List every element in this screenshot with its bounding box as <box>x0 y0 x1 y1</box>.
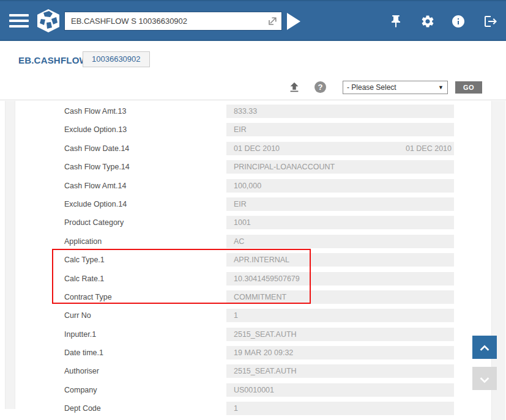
field-value-bar: 833.33 <box>226 105 454 118</box>
field-label: Curr No <box>64 309 217 322</box>
field-value: 1 <box>226 404 452 413</box>
field-row: Authoriser 2515_SEAT.AUTH <box>0 364 506 378</box>
field-label: Dept Code <box>64 402 217 415</box>
record-detail-panel: Cash Flow Amt.13 833.33 Exclude Option.1… <box>0 100 506 420</box>
go-button[interactable]: GO <box>455 81 482 94</box>
settings-gear-icon[interactable] <box>420 14 435 29</box>
pin-icon[interactable] <box>389 14 403 29</box>
record-title: EB.CASHFLOW <box>18 55 88 65</box>
record-id-badge: 10036630902 <box>83 51 150 67</box>
scroll-down-button[interactable] <box>472 367 497 390</box>
field-label: Application <box>64 235 217 248</box>
field-value: COMMITMENT <box>226 293 452 301</box>
field-value-bar: 01 DEC 2010 01 DEC 2010 <box>226 142 454 155</box>
field-value: 2515_SEAT.AUTH <box>226 367 452 375</box>
field-value-bar: 19 MAR 20 09:32 <box>226 346 454 359</box>
field-row: Dept Code 1 <box>0 402 506 415</box>
field-value-bar: 2515_SEAT.AUTH <box>226 364 454 378</box>
field-value: 1001 <box>226 218 452 227</box>
sign-out-icon[interactable] <box>483 14 498 29</box>
field-value: 1 <box>226 311 452 320</box>
field-row: Product Category 1001 <box>0 216 506 229</box>
field-row: Inputter.1 2515_SEAT.AUTH <box>0 328 506 341</box>
field-value: EIR <box>226 200 452 208</box>
field-label: Date time.1 <box>64 346 217 359</box>
app-header <box>0 0 506 41</box>
field-value-bar: 100,000 <box>226 179 454 193</box>
field-value-bar: 10.3041459507679 <box>226 272 454 286</box>
field-row: Curr No 1 <box>0 309 506 322</box>
command-line-box <box>64 12 282 31</box>
scroll-up-button[interactable] <box>472 336 497 359</box>
field-label: Cash Flow Amt.14 <box>64 179 217 193</box>
field-row: Calc Rate.1 10.3041459507679 <box>0 272 506 286</box>
field-value-bar: 1001 <box>226 216 454 229</box>
field-value-bar: COMMITMENT <box>226 290 454 304</box>
info-icon[interactable] <box>451 14 466 29</box>
field-row: Contract Type COMMITMENT <box>0 290 506 304</box>
upload-icon[interactable] <box>288 81 301 94</box>
field-label: Exclude Option.14 <box>64 197 217 211</box>
chevron-down-icon: ▼ <box>438 84 444 90</box>
field-label: Cash Flow Type.14 <box>64 160 217 174</box>
field-label: Cash Flow Amt.13 <box>64 105 217 118</box>
field-value: 19 MAR 20 09:32 <box>226 348 452 357</box>
field-value: US0010001 <box>226 386 452 394</box>
field-value-bar: AC <box>226 235 454 248</box>
field-value-bar: EIR <box>226 123 454 136</box>
run-play-button[interactable] <box>287 13 300 30</box>
command-input[interactable] <box>65 17 266 26</box>
field-value: PRINCIPAL-LOANACCOUNT <box>226 163 452 171</box>
field-label: Exclude Option.13 <box>64 123 217 136</box>
field-label: Authoriser <box>64 364 217 378</box>
field-row: Cash Flow Amt.13 833.33 <box>0 105 506 118</box>
field-value: EIR <box>226 125 452 134</box>
field-row: Date time.1 19 MAR 20 09:32 <box>0 346 506 359</box>
field-row: Exclude Option.13 EIR <box>0 123 506 136</box>
field-row: Company US0010001 <box>0 383 506 397</box>
help-icon[interactable]: ? <box>314 81 326 93</box>
field-value: 2515_SEAT.AUTH <box>226 330 452 339</box>
field-label: Calc Rate.1 <box>64 272 217 286</box>
launch-icon[interactable] <box>266 15 278 28</box>
field-row: Cash Flow Amt.14 100,000 <box>0 179 506 193</box>
app-logo-globe-icon <box>35 8 61 34</box>
field-value: AC <box>226 237 452 246</box>
version-select[interactable]: - Please Select ▼ <box>343 81 448 94</box>
field-label: Company <box>64 383 217 397</box>
field-value: 833.33 <box>226 107 452 116</box>
field-label: Contract Type <box>64 290 217 304</box>
field-value-bar: PRINCIPAL-LOANACCOUNT <box>226 160 454 174</box>
field-value-bar: 2515_SEAT.AUTH <box>226 328 454 341</box>
field-label: Product Category <box>64 216 217 229</box>
field-row: Calc Type.1 APR.INTERNAL <box>0 253 506 267</box>
field-value: APR.INTERNAL <box>226 256 452 264</box>
field-row: Exclude Option.14 EIR <box>0 197 506 211</box>
version-select-value: - Please Select <box>347 83 438 92</box>
fields-table: Cash Flow Amt.13 833.33 Exclude Option.1… <box>0 105 506 420</box>
field-value: 10.3041459507679 <box>226 274 452 283</box>
field-label: Calc Type.1 <box>64 253 217 267</box>
field-value-bar: US0010001 <box>226 383 454 397</box>
field-value: 01 DEC 2010 <box>226 144 406 153</box>
field-row: Application AC <box>0 235 506 248</box>
field-row: Cash Flow Type.14 PRINCIPAL-LOANACCOUNT <box>0 160 506 174</box>
field-value-right: 01 DEC 2010 <box>406 144 454 153</box>
field-value-bar: EIR <box>226 197 454 211</box>
field-value-bar: 1 <box>226 402 454 415</box>
page: EB.CASHFLOW 10036630902 ? - Please Selec… <box>0 0 506 420</box>
field-value-bar: 1 <box>226 309 454 322</box>
field-value: 100,000 <box>226 182 452 190</box>
field-label: Cash Flow Date.14 <box>64 142 217 155</box>
field-value-bar: APR.INTERNAL <box>226 253 454 267</box>
field-row: Cash Flow Date.14 01 DEC 2010 01 DEC 201… <box>0 142 506 155</box>
menu-icon[interactable] <box>9 14 29 29</box>
field-label: Inputter.1 <box>64 328 217 341</box>
